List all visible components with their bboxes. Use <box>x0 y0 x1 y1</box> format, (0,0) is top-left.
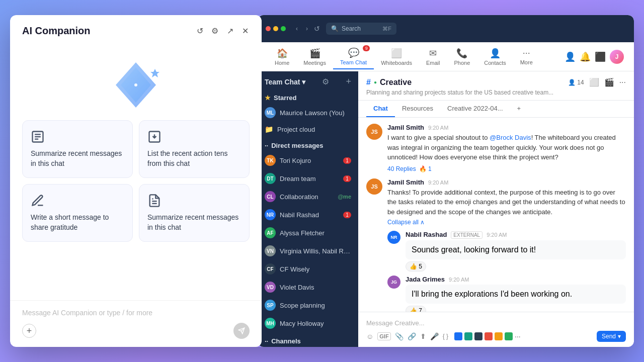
dm-dream-text: Dream team <box>280 175 339 183</box>
compose-send-btn[interactable]: Send ▾ <box>597 331 626 342</box>
nav-meetings[interactable]: 🎬 Meetings <box>296 45 333 69</box>
forward-arrow[interactable]: › <box>304 24 310 33</box>
history-icon[interactable]: ↺ <box>195 27 204 36</box>
close-dot[interactable] <box>266 26 271 31</box>
contacts-icon: 👤 <box>490 48 501 59</box>
compose-upload-icon[interactable]: ⬆ <box>420 332 426 340</box>
zoom-panel: ‹ › ↺ 🔍 Search ⌘F 🏠 Home 🎬 Meetings 9 💬 <box>258 15 634 347</box>
notifications-icon[interactable]: 🔔 <box>580 51 591 62</box>
sidebar-dm-collab[interactable]: CL Collaboration @me <box>258 188 358 206</box>
sidebar-filter-icon[interactable]: ⚙ <box>322 77 329 86</box>
settings-icon[interactable]: ⚙ <box>210 27 219 36</box>
compose-red-btn[interactable] <box>485 332 493 340</box>
nav-more[interactable]: ··· More <box>513 45 540 68</box>
sidebar-dm-tori[interactable]: TK Tori Kojuro 1 <box>258 151 358 169</box>
message-content-jamil-1: Jamil Smith 9:20 AM I want to give a spe… <box>387 124 626 172</box>
video-icon[interactable]: 🎬 <box>604 77 614 87</box>
nav-contacts[interactable]: 👤 Contacts <box>477 45 513 69</box>
chat-channel-name: Creative <box>380 78 412 87</box>
nav-email[interactable]: ✉ Email <box>419 45 447 69</box>
collapse-all-link[interactable]: Collapse all ∧ <box>387 219 626 226</box>
minimize-dot[interactable] <box>273 26 278 31</box>
nav-home[interactable]: 🏠 Home <box>268 45 296 69</box>
sidebar-dm-alyssa[interactable]: AF Alyssa Fletcher <box>258 224 358 242</box>
compose-orange-btn[interactable] <box>495 332 503 340</box>
search-bar[interactable]: 🔍 Search ⌘F <box>326 23 396 35</box>
sidebar-dm-scope[interactable]: SP Scope planning <box>258 296 358 314</box>
compose-gif-icon[interactable]: GIF <box>377 332 390 340</box>
tab-resources[interactable]: Resources <box>395 101 440 117</box>
avatar-collab: CL <box>265 191 276 202</box>
sidebar-dm-nabil[interactable]: NR Nabil Rashad 1 <box>258 206 358 224</box>
dm-alyssa-text: Alyssa Fletcher <box>280 229 351 237</box>
sidebar-add-icon[interactable]: + <box>346 76 351 87</box>
compose-attach-icon[interactable]: 📎 <box>395 332 404 340</box>
nav-history-icon[interactable]: ↺ <box>314 25 320 33</box>
compose-emoji-icon[interactable]: ☺ <box>366 332 373 340</box>
ai-plus-button[interactable]: + <box>22 324 36 338</box>
nav-home-label: Home <box>275 60 289 66</box>
sidebar-dm-virginia[interactable]: VN Virginia Willis, Nabil Rash... <box>258 242 358 260</box>
back-arrow[interactable]: ‹ <box>294 24 300 33</box>
send-chevron: ▾ <box>618 333 621 340</box>
maximize-dot[interactable] <box>281 26 286 31</box>
dm-section[interactable]: ·· Direct messages <box>258 140 358 151</box>
ai-input-field[interactable]: Message AI Companion or type / for more <box>22 309 250 317</box>
sidebar-dm-cf[interactable]: CF CF Wisely <box>258 260 358 278</box>
sidebar-dm-macy[interactable]: MH Macy Holloway <box>258 314 358 332</box>
nav-whiteboards[interactable]: ⬜ Whiteboards <box>374 45 419 69</box>
external-link-icon[interactable]: ↗ <box>225 27 234 36</box>
team-chat-dropdown[interactable]: Team Chat ▾ <box>265 78 305 86</box>
dm-violet-text: Violet Davis <box>280 284 351 291</box>
ai-send-button[interactable] <box>233 323 250 339</box>
screen-share-icon[interactable]: ⬜ <box>589 77 599 87</box>
sidebar-dm-violet[interactable]: VD Violet Davis <box>258 278 358 296</box>
ai-card-4[interactable]: Summarize recent messages in this chat <box>139 184 250 242</box>
user-avatar[interactable]: J <box>610 50 624 64</box>
compose-placeholder[interactable]: Message Creative... <box>366 317 626 331</box>
close-icon[interactable]: ✕ <box>240 27 250 36</box>
nav-phone[interactable]: 📞 Phone <box>447 45 477 69</box>
channels-section[interactable]: ·· Channels <box>258 335 358 347</box>
nav-meetings-label: Meetings <box>303 60 326 66</box>
avatar-violet: VD <box>265 282 276 293</box>
sidebar-dm-dream[interactable]: DT Dream team 1 <box>258 169 358 188</box>
more-options-icon[interactable]: ··· <box>619 78 626 87</box>
dm-virginia-text: Virginia Willis, Nabil Rash... <box>280 247 351 255</box>
chat-messages-area: JS Jamil Smith 9:20 AM I want to give a … <box>358 118 634 312</box>
tab-add[interactable]: + <box>510 101 528 117</box>
compose-dark-btn[interactable] <box>474 332 482 340</box>
dm-scope-text: Scope planning <box>280 302 351 309</box>
sidebar-folder-project[interactable]: 📁 Project cloud <box>258 122 358 137</box>
compose-more-icon[interactable]: ··· <box>515 332 521 340</box>
compose-mic-icon[interactable]: 🎤 <box>430 332 439 340</box>
email-icon: ✉ <box>429 48 437 59</box>
message-replies-jamil-1[interactable]: 40 Replies 🔥 1 <box>387 165 626 172</box>
reaction-jada[interactable]: 👍 7 <box>406 306 426 312</box>
sidebar-dm-maurice[interactable]: ML Maurice Lawson (You) <box>258 104 358 122</box>
starred-section[interactable]: ★ Starred <box>258 92 358 104</box>
ai-companion-panel: AI Companion ↺ ⚙ ↗ ✕ <box>10 15 262 347</box>
compose-blue-btn[interactable] <box>454 332 462 340</box>
ai-card-3[interactable]: Write a short message to share gratitude <box>22 184 133 242</box>
home-icon: 🏠 <box>277 48 288 59</box>
ai-header-icons: ↺ ⚙ ↗ ✕ <box>195 27 250 36</box>
ai-card-1[interactable]: Summarize recent messages in this chat <box>22 120 133 178</box>
avatar-cf: CF <box>265 263 276 275</box>
avatar-jamil-2: JS <box>366 178 382 195</box>
user-profile-icon[interactable]: 👤 <box>565 51 576 62</box>
nav-contacts-label: Contacts <box>484 60 506 66</box>
compose-link-icon[interactable]: 🔗 <box>408 332 416 340</box>
compose-code-icon[interactable]: { } <box>443 333 448 340</box>
compose-emerald-btn[interactable] <box>505 332 513 340</box>
write-icon <box>31 194 45 208</box>
compose-green-btn[interactable] <box>464 332 472 340</box>
zoom-bottom-nav: 🏠 Home 🎬 Meetings 9 💬 Team Chat ⬜ Whiteb… <box>258 42 634 71</box>
tab-chat[interactable]: Chat <box>366 101 395 117</box>
team-chat-icon: 💬 <box>348 47 359 58</box>
ai-card-2[interactable]: List the recent action tens from this ch… <box>139 120 250 178</box>
reaction-nabil[interactable]: 👍 5 <box>406 261 426 272</box>
tab-creative[interactable]: Creative 2022-04... <box>440 101 510 117</box>
layout-icon[interactable]: ⬛ <box>595 51 606 62</box>
nav-team-chat[interactable]: 9 💬 Team Chat <box>333 44 374 69</box>
